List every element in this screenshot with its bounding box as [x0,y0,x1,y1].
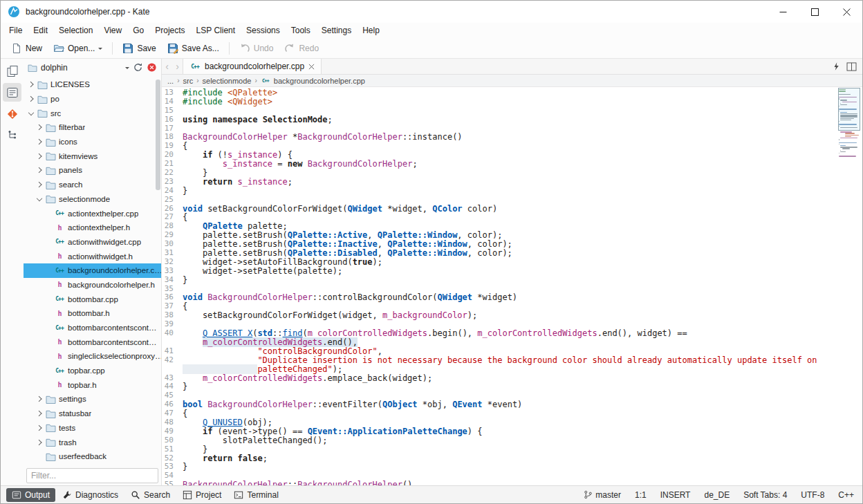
expander-icon[interactable] [36,196,43,203]
git-branch[interactable]: master [584,490,621,500]
menu-item-lsp-client[interactable]: LSP Client [191,24,241,37]
git-view-button[interactable] [3,104,21,123]
tree-item-panels[interactable]: panels [24,163,161,178]
code-line[interactable]: 46bool BackgroundColorHelper::eventFilte… [162,400,862,409]
minimize-button[interactable] [767,1,799,23]
code-line[interactable]: 53} [162,463,862,472]
tree-item-bottombar-cpp[interactable]: C++bottombar.cpp [24,292,161,306]
menu-item-help[interactable]: Help [357,24,385,37]
code-line[interactable]: 36void BackgroundColorHelper::controlBac… [162,293,862,302]
code-line[interactable]: 21 s_instance = new BackgroundColorHelpe… [162,160,862,169]
code-line[interactable]: 14#include <QWidget> [162,97,862,106]
code-line[interactable]: 24} [162,187,862,196]
tree-item-topbar-cpp[interactable]: C++topbar.cpp [24,364,161,378]
panel-button-output[interactable]: Output [6,488,55,502]
expander-icon[interactable] [36,138,43,145]
code-line[interactable]: 55BackgroundColorHelper::BackgroundColor… [162,480,862,485]
tree-item-backgroundcolorhelper-h[interactable]: hbackgroundcolorhelper.h [24,278,161,292]
tree-item-trash[interactable]: trash [24,435,161,449]
symbols-view-button[interactable] [3,126,21,144]
tree-item-statusbar[interactable]: statusbar [24,407,161,421]
tree-item-actiontexthelper-cpp[interactable]: C++actiontexthelper.cpp [24,206,161,221]
breadcrumb-overflow[interactable]: ... [167,77,174,85]
code-line[interactable]: 34} [162,276,862,285]
cursor-position[interactable]: 1:1 [635,490,647,500]
breadcrumb-segment[interactable]: selectionmode [203,77,252,85]
undo-button[interactable]: Undo [234,40,279,57]
tree-item-icons[interactable]: icons [24,135,161,149]
menu-item-tools[interactable]: Tools [286,24,316,37]
menu-item-view[interactable]: View [98,24,127,37]
tree-item-actiontexthelper-h[interactable]: hactiontexthelper.h [24,221,161,235]
tree-item-licenses[interactable]: LICENSES [24,77,161,92]
encoding[interactable]: UTF-8 [801,490,824,500]
expander-icon[interactable] [36,124,43,131]
tree-item-po[interactable]: po [24,92,161,106]
save-as-button[interactable]: Save As... [163,40,224,57]
tree-item-tests[interactable]: tests [24,421,161,436]
tree-item-userfeedback[interactable]: userfeedback [24,449,161,464]
expander-icon[interactable] [36,410,43,417]
code-line[interactable]: 33 widget->setPalette(palette); [162,267,862,276]
tree-item-actionwithwidget-h[interactable]: hactionwithwidget.h [24,249,161,263]
new-button[interactable]: New [6,40,47,57]
tree-item-backgroundcolorhelper-c[interactable]: C++backgroundcolorhelper.c… [24,263,161,278]
menu-item-sessions[interactable]: Sessions [241,24,286,37]
code-line[interactable]: 23 return s_instance; [162,178,862,187]
tree-item-bottombar-h[interactable]: hbottombar.h [24,306,161,321]
indent-mode[interactable]: Soft Tabs: 4 [743,490,787,500]
minimap-viewport[interactable] [838,88,860,131]
panel-button-terminal[interactable]: Terminal [228,488,284,502]
editor[interactable]: 13#include <QPalette>14#include <QWidget… [162,87,862,485]
breadcrumb-segment[interactable]: backgroundcolorhelper.cpp [274,77,365,85]
code-line[interactable]: 44} [162,382,862,391]
menu-item-go[interactable]: Go [127,24,149,37]
redo-button[interactable]: Redo [279,40,324,57]
expander-icon[interactable] [28,81,35,88]
tab-close-icon[interactable] [308,64,315,70]
filter-input[interactable] [26,468,158,483]
split-view-icon[interactable] [846,62,857,71]
refresh-project-icon[interactable] [133,62,143,73]
panel-button-project[interactable]: Project [177,488,227,502]
panel-button-search[interactable]: Search [125,488,176,502]
code-line[interactable]: 26void setBackgroundColorForWidget(QWidg… [162,205,862,214]
expander-icon[interactable] [36,424,43,431]
code-line[interactable]: 50 slotPaletteChanged(); [162,436,862,445]
expander-icon[interactable] [36,439,43,446]
tree-item-selectionmode[interactable]: selectionmode [24,192,161,207]
menu-item-projects[interactable]: Projects [149,24,190,37]
tree-item-topbar-h[interactable]: htopbar.h [24,377,161,392]
tree-item-search[interactable]: search [24,178,161,192]
documents-view-button[interactable] [3,62,21,80]
input-mode[interactable]: INSERT [660,490,691,500]
tree-scrollbar[interactable] [156,80,160,190]
tree-item-settings[interactable]: settings [24,392,161,407]
open-button[interactable]: Open... [48,40,107,57]
tab-backgroundcolorhelper-cpp[interactable]: C++ backgroundcolorhelper.cpp [183,59,322,74]
dictionary[interactable]: de_DE [704,490,730,500]
close-button[interactable] [830,1,862,23]
expander-icon[interactable] [28,110,35,117]
breadcrumb-segment[interactable]: src [183,77,194,85]
menu-item-selection[interactable]: Selection [53,24,98,37]
quick-open-bolt-icon[interactable] [833,62,839,71]
tree-item-bottombarcontentscont[interactable]: C++bottombarcontentscont… [24,321,161,335]
tree-item-singleclickselectionproxy[interactable]: hsingleclickselectionproxy… [24,349,161,364]
project-selector[interactable]: dolphin [28,63,129,73]
code-line[interactable]: 16using namespace SelectionMode; [162,115,862,124]
menu-item-file[interactable]: File [3,24,28,37]
tab-scroll-right-icon[interactable]: › [172,59,183,74]
expander-icon[interactable] [36,153,43,160]
code-line[interactable]: 38 setBackgroundColorForWidget(widget, m… [162,311,862,320]
code-line[interactable]: 18BackgroundColorHelper *BackgroundColor… [162,133,862,142]
save-button[interactable]: Save [118,40,160,57]
expander-icon[interactable] [36,395,43,402]
expander-icon[interactable] [36,167,43,174]
code-line[interactable]: 40 Q_ASSERT_X(std::find(m_colorControlle… [162,329,862,338]
syntax-mode[interactable]: C++ [838,490,854,500]
maximize-button[interactable] [799,1,830,23]
tree-item-src[interactable]: src [24,106,161,120]
code-line[interactable]: 52 return false; [162,454,862,463]
expander-icon[interactable] [36,181,43,188]
